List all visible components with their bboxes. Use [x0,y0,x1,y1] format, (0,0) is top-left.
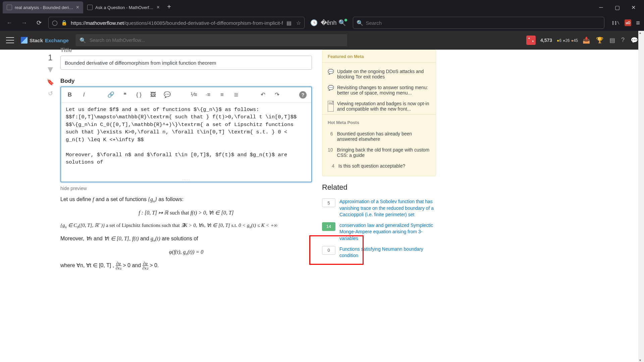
history-icon[interactable]: ↺ [48,90,53,97]
tab-1[interactable]: real analysis - Bounded derivati × [3,1,83,13]
heading-button[interactable]: ≡ [218,92,226,98]
code-button[interactable]: { } [135,92,143,98]
page-content: StackExchange 🔍 4,573 ●6 ●26 ●45 📥 🏆 ▤ ?… [0,31,644,362]
user-area: 4,573 ●6 ●26 ●45 📥 🏆 ▤ ? 💬 [526,36,638,45]
italic-button[interactable]: I [80,92,88,98]
preview-area: Let us define f and a set of functions {… [60,195,312,270]
quote-button[interactable]: ❝ [121,91,129,98]
translate-icon[interactable]: 🔍 [338,17,349,28]
menu-icon[interactable]: ≡ [636,19,640,27]
meta-item[interactable]: 💬Update on the ongoing DDoS attacks and … [328,66,430,82]
hot-item[interactable]: 10Bringing back the old front page with … [328,144,430,161]
se-icon [21,37,28,44]
history-icon[interactable]: 🕓 [309,17,319,28]
favicon-icon [87,5,93,10]
editor-box: B I 🔗 ❝ { } 🖼 💬 ⅟≡ ∙≡ ≡ ≣ ↶ ↷ ? [60,86,312,182]
link-button[interactable]: 🔗 [107,91,115,98]
tab-2[interactable]: Ask a Question - MathOverflow × [83,1,164,13]
preview-disp3: φ(f(t), gn(t)) = 0 [60,248,312,257]
window-controls: ─ ▢ ✕ [596,2,641,13]
preview-disp2: {gn ∈ C0([0, T], ℝ+)} a set of Lipschitz… [60,221,312,230]
site-search[interactable]: 🔍 [75,34,347,46]
avatar[interactable] [526,36,536,45]
lock-icon: 🔒 [61,20,67,26]
new-tab-button[interactable]: + [164,1,174,12]
downvote-icon[interactable]: ▾ [48,64,53,74]
hide-preview-link[interactable]: hide preview [60,186,312,191]
body-label: Body [60,78,312,84]
redo-button[interactable]: ↷ [273,91,281,98]
ublock-icon[interactable]: uO [625,19,631,26]
preview-p3: where ∀n, ∀t ∈ [0, T] , ∂φ∂x₁ > 0 and ∂φ… [60,261,312,270]
hot-item[interactable]: 4Is this soft question acceptable? [328,161,430,171]
hr-button[interactable]: ≣ [232,91,240,98]
back-button[interactable]: ← [4,17,15,28]
featured-meta-box: Featured on Meta 💬Update on the ongoing … [322,50,436,176]
ulist-button[interactable]: ∙≡ [204,92,212,98]
site-search-input[interactable] [90,38,343,43]
meta-item[interactable]: mo̊Viewing reputation and badges is now … [328,98,430,114]
vote-column: 1 ▾ 🔖 ↺ [40,50,60,362]
bookmark-star-icon[interactable]: ☆ [296,20,301,26]
minimize-button[interactable]: ─ [596,2,606,13]
bookmark-icon[interactable]: 🔖 [47,78,54,86]
olist-button[interactable]: ⅟≡ [190,91,198,98]
address-bar[interactable]: ◯ 🔒 https://mathoverflow.net/questions/4… [48,17,305,29]
url-text: https://mathoverflow.net/questions/41608… [71,20,283,26]
image-button[interactable]: 🖼 [149,92,157,98]
close-icon[interactable]: × [157,4,160,10]
stackexchange-logo[interactable]: StackExchange [21,37,69,44]
search-icon: 🔍 [79,37,86,44]
search-icon: 🔍 [357,20,363,26]
library-icon[interactable]: ⫿⫿⧵ [612,20,620,26]
reputation[interactable]: 4,573 [540,38,552,43]
title-label: Title [60,47,312,54]
answer-count-badge: 5 [322,198,335,207]
inbox-icon[interactable]: 📥 [583,37,590,44]
answer-count-badge: 14 [322,222,335,231]
search-bar[interactable]: 🔍 [353,17,605,29]
speech-icon: 💬 [328,85,334,96]
help-icon[interactable]: ? [621,37,625,44]
related-item[interactable]: 0 Functions satisfying Neumann boundary … [322,244,436,261]
hot-meta-heading: Hot Meta Posts [322,114,436,126]
close-icon[interactable]: × [76,4,79,10]
forward-button[interactable]: → [19,17,30,28]
save-pocket-icon[interactable]: �ênh [323,17,334,28]
hamburger-icon[interactable] [6,36,14,44]
body-textarea[interactable] [61,103,311,176]
reload-button[interactable]: ⟳ [34,17,44,28]
review-icon[interactable]: ▤ [609,37,615,44]
page-scrollbar[interactable] [638,31,644,362]
search-input[interactable] [366,20,601,26]
achievements-icon[interactable]: 🏆 [596,37,603,44]
hot-item[interactable]: 6Bountied question has already been answ… [328,128,430,144]
answer-count-badge: 0 [322,246,335,255]
vote-score: 1 [48,53,52,62]
undo-button[interactable]: ↶ [259,91,267,98]
snippet-button[interactable]: 💬 [163,91,171,98]
resize-grip[interactable]: ····· [61,178,311,182]
preview-disp1: f : [0, T] ↦ ℝ such that f(t) > 0, ∀t ∈ … [60,208,312,217]
bold-button[interactable]: B [66,92,74,98]
sidebar: Featured on Meta 💬Update on the ongoing … [322,50,436,362]
related-link[interactable]: conservation law and generalized Symplec… [339,222,436,242]
url-actions: ▤ ☆ [286,20,301,26]
shield-icon: ◯ [52,20,58,26]
mo-icon: mo̊ [328,101,334,112]
maximize-button[interactable]: ▢ [612,2,623,13]
featured-heading: Featured on Meta [322,50,436,63]
editor-toolbar: B I 🔗 ❝ { } 🖼 💬 ⅟≡ ∙≡ ≡ ≣ ↶ ↷ ? [61,87,311,103]
close-button[interactable]: ✕ [628,2,639,13]
title-input[interactable] [60,56,312,70]
related-heading: Related [322,183,436,192]
reader-icon[interactable]: ▤ [286,20,291,26]
related-link[interactable]: Approximation of a Sobolev function that… [339,198,436,218]
editor-help-icon[interactable]: ? [299,91,307,99]
related-item[interactable]: 14 conservation law and generalized Symp… [322,220,436,244]
related-item[interactable]: 5 Approximation of a Sobolev function th… [322,196,436,220]
related-link[interactable]: Functions satisfying Neumann boundary co… [339,246,436,259]
meta-item[interactable]: 💬Revisiting changes to answer sorting me… [328,82,430,98]
browser-toolbar: ← → ⟳ ◯ 🔒 https://mathoverflow.net/quest… [0,15,644,31]
site-switcher-icon[interactable]: 💬 [631,37,638,44]
